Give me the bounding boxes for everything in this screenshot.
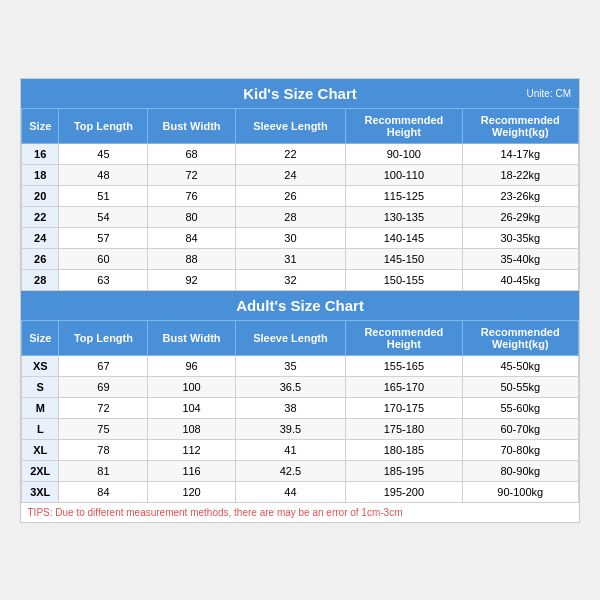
table-row: M7210438170-17555-60kg — [22, 397, 579, 418]
table-row: 22548028130-13526-29kg — [22, 206, 579, 227]
table-cell: 170-175 — [346, 397, 462, 418]
table-cell: 20 — [22, 185, 59, 206]
adults-table: Size Top Length Bust Width Sleeve Length… — [21, 320, 579, 522]
table-cell: XL — [22, 439, 59, 460]
table-row: 18487224100-11018-22kg — [22, 164, 579, 185]
kids-col-top-length: Top Length — [59, 108, 148, 143]
table-cell: 84 — [148, 227, 235, 248]
tips-row: TIPS: Due to different measurement metho… — [22, 502, 579, 522]
table-cell: 26 — [235, 185, 345, 206]
adults-col-bust-width: Bust Width — [148, 320, 235, 355]
table-cell: 145-150 — [346, 248, 462, 269]
adults-col-sleeve-length: Sleeve Length — [235, 320, 345, 355]
table-cell: 72 — [59, 397, 148, 418]
adults-title-text: Adult's Size Chart — [236, 297, 364, 314]
table-cell: 104 — [148, 397, 235, 418]
table-cell: 130-135 — [346, 206, 462, 227]
table-cell: 16 — [22, 143, 59, 164]
kids-col-size: Size — [22, 108, 59, 143]
adults-col-rec-height: RecommendedHeight — [346, 320, 462, 355]
table-cell: 69 — [59, 376, 148, 397]
table-cell: 68 — [148, 143, 235, 164]
table-cell: L — [22, 418, 59, 439]
table-cell: 45-50kg — [462, 355, 578, 376]
table-row: 26608831145-15035-40kg — [22, 248, 579, 269]
kids-col-bust-width: Bust Width — [148, 108, 235, 143]
table-cell: M — [22, 397, 59, 418]
table-cell: 35-40kg — [462, 248, 578, 269]
table-cell: 165-170 — [346, 376, 462, 397]
kids-header-row: Size Top Length Bust Width Sleeve Length… — [22, 108, 579, 143]
kids-col-sleeve-length: Sleeve Length — [235, 108, 345, 143]
table-cell: 54 — [59, 206, 148, 227]
table-cell: 60-70kg — [462, 418, 578, 439]
table-cell: 175-180 — [346, 418, 462, 439]
table-cell: 140-145 — [346, 227, 462, 248]
table-cell: 50-55kg — [462, 376, 578, 397]
kids-table-body: 1645682290-10014-17kg18487224100-11018-2… — [22, 143, 579, 290]
table-cell: 78 — [59, 439, 148, 460]
table-cell: 24 — [235, 164, 345, 185]
adults-col-rec-weight: RecommendedWeight(kg) — [462, 320, 578, 355]
table-row: 20517626115-12523-26kg — [22, 185, 579, 206]
kids-section-title: Kid's Size Chart Unite: CM — [21, 79, 579, 108]
table-cell: 100-110 — [346, 164, 462, 185]
kids-title-text: Kid's Size Chart — [243, 85, 357, 102]
table-cell: 51 — [59, 185, 148, 206]
table-cell: 90-100 — [346, 143, 462, 164]
table-cell: 14-17kg — [462, 143, 578, 164]
table-cell: 60 — [59, 248, 148, 269]
adults-section-title: Adult's Size Chart — [21, 291, 579, 320]
table-cell: 30 — [235, 227, 345, 248]
table-cell: 75 — [59, 418, 148, 439]
table-cell: 30-35kg — [462, 227, 578, 248]
table-cell: 120 — [148, 481, 235, 502]
table-cell: 116 — [148, 460, 235, 481]
table-cell: 76 — [148, 185, 235, 206]
table-cell: 23-26kg — [462, 185, 578, 206]
table-cell: 90-100kg — [462, 481, 578, 502]
table-cell: 155-165 — [346, 355, 462, 376]
table-cell: 57 — [59, 227, 148, 248]
table-cell: 28 — [235, 206, 345, 227]
table-row: XL7811241180-18570-80kg — [22, 439, 579, 460]
table-cell: 2XL — [22, 460, 59, 481]
table-cell: 32 — [235, 269, 345, 290]
table-cell: XS — [22, 355, 59, 376]
table-cell: 84 — [59, 481, 148, 502]
table-cell: 39.5 — [235, 418, 345, 439]
table-cell: 45 — [59, 143, 148, 164]
tips-text: TIPS: Due to different measurement metho… — [22, 502, 579, 522]
table-cell: 36.5 — [235, 376, 345, 397]
table-cell: 22 — [235, 143, 345, 164]
table-cell: 28 — [22, 269, 59, 290]
table-cell: 42.5 — [235, 460, 345, 481]
table-row: 1645682290-10014-17kg — [22, 143, 579, 164]
adults-table-body: XS679635155-16545-50kgS6910036.5165-1705… — [22, 355, 579, 502]
kids-unit-label: Unite: CM — [527, 88, 571, 99]
table-cell: 48 — [59, 164, 148, 185]
table-cell: 41 — [235, 439, 345, 460]
table-cell: 70-80kg — [462, 439, 578, 460]
table-cell: 195-200 — [346, 481, 462, 502]
table-cell: 80-90kg — [462, 460, 578, 481]
table-cell: 24 — [22, 227, 59, 248]
table-cell: 115-125 — [346, 185, 462, 206]
table-row: 24578430140-14530-35kg — [22, 227, 579, 248]
table-cell: 112 — [148, 439, 235, 460]
table-cell: 96 — [148, 355, 235, 376]
table-cell: 55-60kg — [462, 397, 578, 418]
table-cell: 35 — [235, 355, 345, 376]
adults-col-size: Size — [22, 320, 59, 355]
table-cell: 100 — [148, 376, 235, 397]
adults-header-row: Size Top Length Bust Width Sleeve Length… — [22, 320, 579, 355]
table-cell: 185-195 — [346, 460, 462, 481]
table-row: S6910036.5165-17050-55kg — [22, 376, 579, 397]
table-cell: 40-45kg — [462, 269, 578, 290]
table-cell: 18-22kg — [462, 164, 578, 185]
kids-col-rec-height: RecommendedHeight — [346, 108, 462, 143]
table-cell: 63 — [59, 269, 148, 290]
table-cell: 67 — [59, 355, 148, 376]
table-cell: 18 — [22, 164, 59, 185]
table-row: 2XL8111642.5185-19580-90kg — [22, 460, 579, 481]
